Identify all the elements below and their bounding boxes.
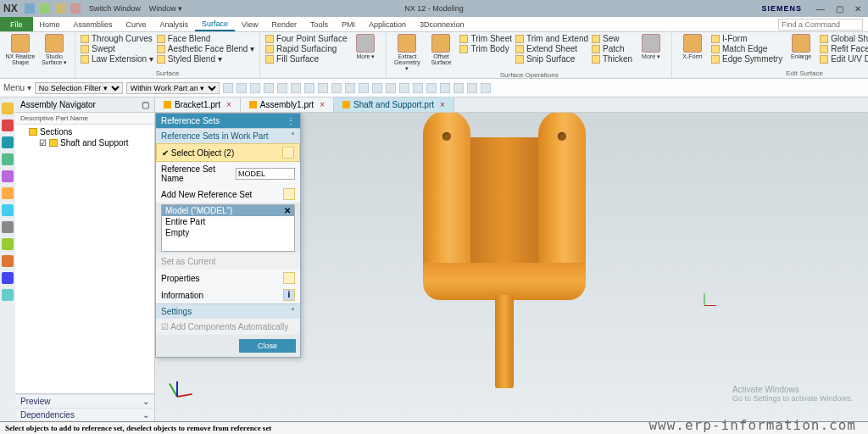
match-edge-button[interactable]: Match Edge (711, 44, 782, 53)
qat-redo-icon[interactable] (55, 3, 65, 14)
more-button-2[interactable]: More ▾ (636, 34, 666, 59)
through-curves-button[interactable]: Through Curves (81, 34, 153, 43)
xform-button[interactable]: X-Form (677, 34, 708, 59)
rail-icon[interactable] (2, 238, 14, 250)
more-button-1[interactable]: More ▾ (350, 34, 381, 59)
refset-listbox[interactable]: Model ("MODEL")✕ Entire Part Empty (161, 204, 295, 252)
tb-icon[interactable] (413, 83, 423, 93)
qat-cut-icon[interactable] (70, 3, 81, 14)
tb-icon[interactable] (467, 83, 477, 93)
tb-icon[interactable] (331, 83, 342, 93)
tab-view[interactable]: View (235, 17, 264, 31)
offset-surface-button[interactable]: Offset Surface (426, 34, 456, 65)
tb-icon[interactable] (236, 83, 247, 93)
fill-surface-button[interactable]: Fill Surface (265, 54, 347, 64)
tab-3dconnexion[interactable]: 3Dconnexion (413, 17, 471, 31)
tb-icon[interactable] (277, 83, 287, 93)
edit-uv-button[interactable]: Edit U/V Direction (820, 54, 868, 64)
extend-sheet-button[interactable]: Extend Sheet (515, 44, 588, 53)
datum-csys[interactable] (694, 295, 720, 320)
restore-button[interactable]: ▢ (832, 4, 846, 14)
face-blend-button[interactable]: Face Blend (157, 34, 254, 43)
trim-body-button[interactable]: Trim Body (459, 44, 512, 53)
edge-symmetry-button[interactable]: Edge Symmetry (711, 54, 782, 64)
tb-icon[interactable] (453, 83, 464, 93)
view-triad[interactable] (162, 381, 196, 415)
tab-curve[interactable]: Curve (120, 17, 153, 31)
tab-home[interactable]: Home (33, 17, 67, 31)
trim-extend-button[interactable]: Trim and Extend (515, 34, 588, 43)
tb-icon[interactable] (250, 83, 260, 93)
rapid-surfacing-button[interactable]: Rapid Surfacing (265, 44, 347, 53)
selection-filter[interactable]: No Selection Filter ▾ (35, 82, 123, 94)
rail-icon[interactable] (2, 289, 14, 301)
iform-button[interactable]: I-Form (711, 34, 782, 43)
information-icon[interactable]: i (283, 289, 295, 301)
tab-application[interactable]: Application (362, 17, 413, 31)
tb-icon[interactable] (291, 83, 301, 93)
chevron-up-icon[interactable]: ˄ (291, 131, 295, 141)
tab-surface[interactable]: Surface (195, 17, 235, 31)
snip-surface-button[interactable]: Snip Surface (515, 54, 588, 64)
law-extension-button[interactable]: Law Extension ▾ (81, 54, 153, 64)
list-item[interactable]: Entire Part (162, 216, 294, 227)
nav-column-header[interactable]: Descriptive Part Name (15, 113, 154, 125)
dialog-section-settings[interactable]: Settings (161, 307, 192, 316)
delete-icon[interactable]: ✕ (284, 206, 291, 215)
tb-icon[interactable] (359, 83, 369, 93)
rail-icon[interactable] (2, 187, 14, 199)
command-search-input[interactable] (778, 19, 863, 31)
tb-icon[interactable] (264, 83, 274, 93)
switch-window[interactable]: Switch Window (89, 4, 141, 13)
nav-pin-icon[interactable]: ▢ (142, 100, 149, 109)
close-button[interactable]: ✕ (851, 4, 865, 14)
qat-undo-icon[interactable] (40, 3, 50, 14)
sew-button[interactable]: Sew (592, 34, 632, 43)
aesthetic-face-blend-button[interactable]: Aesthetic Face Blend ▾ (157, 44, 254, 53)
tab-tools[interactable]: Tools (303, 17, 335, 31)
extract-geometry-button[interactable]: Extract Geometry ▾ (392, 34, 422, 71)
four-point-surface-button[interactable]: Four Point Surface (265, 34, 347, 43)
select-object-row[interactable]: ✔ Select Object (2) (156, 143, 300, 162)
minimize-button[interactable]: — (814, 4, 827, 14)
chevron-up-icon[interactable]: ˄ (291, 307, 295, 316)
rail-icon[interactable] (2, 204, 14, 216)
rail-icon[interactable] (2, 153, 14, 165)
file-tab[interactable]: File (0, 17, 33, 31)
qat-save-icon[interactable] (25, 3, 35, 14)
add-refset-icon[interactable] (283, 188, 295, 200)
close-icon[interactable]: × (320, 100, 325, 109)
close-icon[interactable]: × (226, 100, 231, 109)
doc-tab-shaft-support[interactable]: Shaft and Support.prt× (334, 97, 454, 112)
tb-icon[interactable] (223, 83, 233, 93)
tb-icon[interactable] (481, 83, 491, 93)
rail-icon[interactable] (2, 272, 14, 284)
window-menu[interactable]: Window ▾ (149, 4, 183, 13)
dialog-options-icon[interactable]: ⋮ (287, 116, 295, 125)
nav-dependencies-section[interactable]: Dependencies⌄ (15, 408, 154, 421)
tb-icon[interactable] (426, 83, 437, 93)
graphics-viewport[interactable]: Reference Sets⋮ Reference Sets in Work P… (155, 113, 868, 421)
styled-blend-button[interactable]: Styled Blend ▾ (157, 54, 254, 64)
rail-icon[interactable] (2, 136, 14, 148)
list-item[interactable]: Empty (162, 227, 294, 238)
trim-sheet-button[interactable]: Trim Sheet (459, 34, 512, 43)
rail-icon[interactable] (2, 170, 14, 182)
selection-scope[interactable]: Within Work Part an ▾ (126, 82, 220, 94)
close-button[interactable]: Close (239, 339, 296, 353)
tb-icon[interactable] (345, 83, 355, 93)
refset-name-input[interactable] (236, 168, 295, 180)
tree-row-shaft-support[interactable]: ☑Shaft and Support (19, 137, 151, 148)
rail-icon[interactable] (2, 120, 14, 131)
refit-face-button[interactable]: Refit Face (820, 44, 868, 53)
tab-assemblies[interactable]: Assemblies (67, 17, 120, 31)
tb-icon[interactable] (304, 83, 314, 93)
properties-icon[interactable] (283, 272, 295, 284)
enlarge-button[interactable]: Enlarge (786, 34, 816, 59)
menu-dropdown[interactable]: Menu ▾ (3, 83, 31, 92)
tab-analysis[interactable]: Analysis (153, 17, 196, 31)
tree-row-sections[interactable]: Sections (19, 126, 151, 137)
rail-icon[interactable] (2, 221, 14, 233)
nx-realize-shape-button[interactable]: NX Realize Shape (5, 34, 36, 65)
studio-surface-button[interactable]: Studio Surface ▾ (39, 34, 70, 65)
